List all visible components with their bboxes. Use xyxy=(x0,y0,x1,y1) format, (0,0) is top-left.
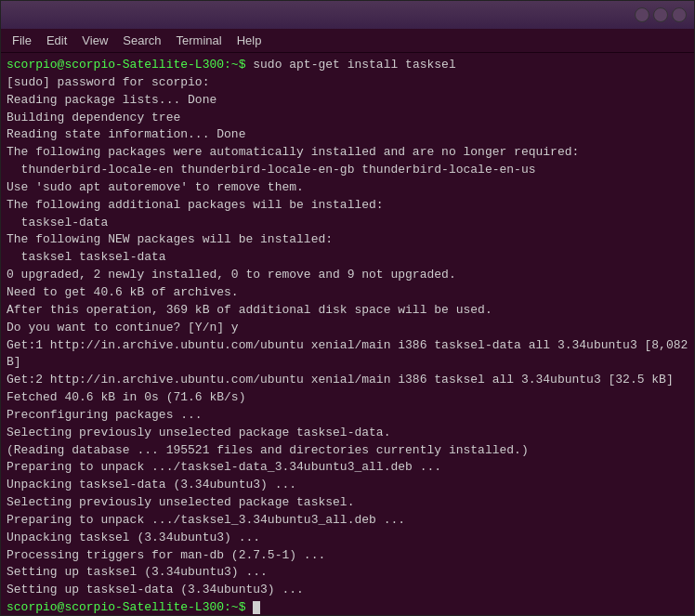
terminal-line: The following additional packages will b… xyxy=(7,197,688,215)
terminal-line: tasksel-data xyxy=(7,215,688,232)
terminal-window: File Edit View Search Terminal Help scor… xyxy=(0,0,695,616)
terminal-line: Unpacking tasksel (3.34ubuntu3) ... xyxy=(7,530,688,547)
minimize-button[interactable] xyxy=(635,7,649,22)
terminal-line: Unpacking tasksel-data (3.34ubuntu3) ... xyxy=(7,477,688,494)
terminal-line: Get:1 http://in.archive.ubuntu.com/ubunt… xyxy=(7,337,688,373)
terminal-line: After this operation, 369 kB of addition… xyxy=(7,302,688,320)
terminal-line: thunderbird-locale-en thunderbird-locale… xyxy=(7,162,688,179)
menu-bar: File Edit View Search Terminal Help xyxy=(1,29,694,53)
menu-edit[interactable]: Edit xyxy=(39,31,74,50)
terminal-line: Setting up tasksel (3.34ubuntu3) ... xyxy=(7,564,688,582)
terminal-line: scorpio@scorpio-Satellite-L300:~$ xyxy=(7,599,688,615)
terminal-line: Preparing to unpack .../tasksel_3.34ubun… xyxy=(7,512,688,530)
terminal-line: tasksel tasksel-data xyxy=(7,249,688,267)
terminal-line: scorpio@scorpio-Satellite-L300:~$ sudo a… xyxy=(7,57,688,74)
terminal-line: Preparing to unpack .../tasksel-data_3.3… xyxy=(7,459,688,477)
menu-view[interactable]: View xyxy=(74,31,115,50)
terminal-line: Need to get 40.6 kB of archives. xyxy=(7,284,688,302)
menu-help[interactable]: Help xyxy=(229,31,269,50)
terminal-line: Selecting previously unselected package … xyxy=(7,494,688,512)
title-bar xyxy=(1,1,694,29)
terminal-body[interactable]: scorpio@scorpio-Satellite-L300:~$ sudo a… xyxy=(1,53,694,615)
terminal-line: The following NEW packages will be insta… xyxy=(7,231,688,249)
terminal-line: [sudo] password for scorpio: xyxy=(7,74,688,92)
terminal-line: Building dependency tree xyxy=(7,110,688,127)
terminal-line: 0 upgraded, 2 newly installed, 0 to remo… xyxy=(7,267,688,284)
menu-file[interactable]: File xyxy=(5,31,39,50)
terminal-line: Fetched 40.6 kB in 0s (71.6 kB/s) xyxy=(7,389,688,407)
maximize-button[interactable] xyxy=(653,7,668,22)
terminal-line: Selecting previously unselected package … xyxy=(7,425,688,442)
terminal-line: Use 'sudo apt autoremove' to remove them… xyxy=(7,179,688,197)
menu-terminal[interactable]: Terminal xyxy=(169,31,229,50)
terminal-line: Preconfiguring packages ... xyxy=(7,407,688,425)
terminal-line: The following packages were automaticall… xyxy=(7,144,688,162)
terminal-line: Reading package lists... Done xyxy=(7,92,688,110)
close-button[interactable] xyxy=(672,7,687,22)
window-controls xyxy=(635,7,687,22)
terminal-line: Reading state information... Done xyxy=(7,126,688,144)
terminal-line: Setting up tasksel-data (3.34ubuntu3) ..… xyxy=(7,582,688,599)
terminal-line: Processing triggers for man-db (2.7.5-1)… xyxy=(7,547,688,565)
terminal-line: (Reading database ... 195521 files and d… xyxy=(7,442,688,460)
terminal-line: Get:2 http://in.archive.ubuntu.com/ubunt… xyxy=(7,372,688,389)
terminal-line: Do you want to continue? [Y/n] y xyxy=(7,320,688,337)
menu-search[interactable]: Search xyxy=(115,31,168,50)
